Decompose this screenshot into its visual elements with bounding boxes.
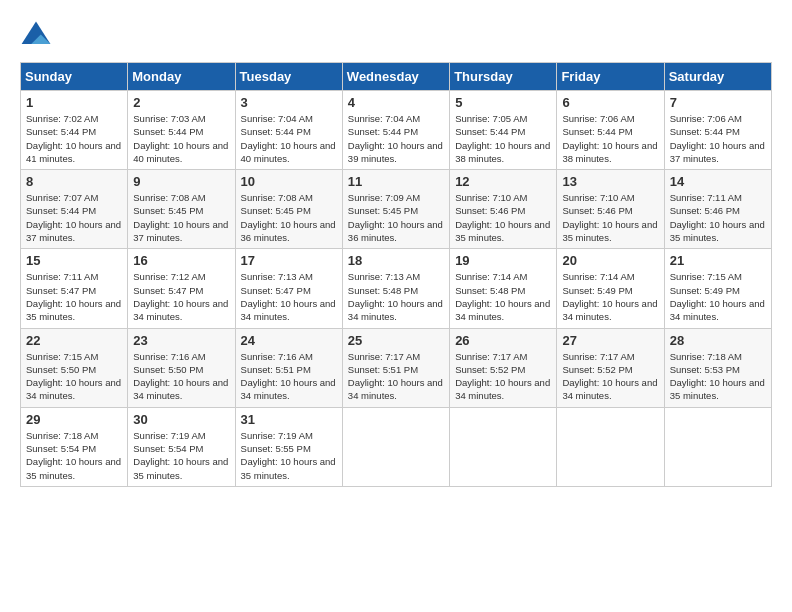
logo [20, 20, 56, 52]
calendar-day-cell: 19 Sunrise: 7:14 AM Sunset: 5:48 PM Dayl… [450, 249, 557, 328]
calendar-day-cell: 28 Sunrise: 7:18 AM Sunset: 5:53 PM Dayl… [664, 328, 771, 407]
day-number: 15 [26, 253, 122, 268]
day-number: 14 [670, 174, 766, 189]
calendar-day-cell: 4 Sunrise: 7:04 AM Sunset: 5:44 PM Dayli… [342, 91, 449, 170]
day-info: Sunrise: 7:18 AM Sunset: 5:54 PM Dayligh… [26, 429, 122, 482]
day-number: 13 [562, 174, 658, 189]
day-number: 28 [670, 333, 766, 348]
day-number: 16 [133, 253, 229, 268]
calendar-day-cell: 23 Sunrise: 7:16 AM Sunset: 5:50 PM Dayl… [128, 328, 235, 407]
calendar-day-cell: 17 Sunrise: 7:13 AM Sunset: 5:47 PM Dayl… [235, 249, 342, 328]
day-number: 12 [455, 174, 551, 189]
day-number: 30 [133, 412, 229, 427]
page-header [20, 20, 772, 52]
day-info: Sunrise: 7:03 AM Sunset: 5:44 PM Dayligh… [133, 112, 229, 165]
calendar-day-cell: 30 Sunrise: 7:19 AM Sunset: 5:54 PM Dayl… [128, 407, 235, 486]
day-number: 19 [455, 253, 551, 268]
day-info: Sunrise: 7:19 AM Sunset: 5:55 PM Dayligh… [241, 429, 337, 482]
calendar-week-row: 15 Sunrise: 7:11 AM Sunset: 5:47 PM Dayl… [21, 249, 772, 328]
calendar-day-cell: 25 Sunrise: 7:17 AM Sunset: 5:51 PM Dayl… [342, 328, 449, 407]
calendar-day-cell: 21 Sunrise: 7:15 AM Sunset: 5:49 PM Dayl… [664, 249, 771, 328]
day-info: Sunrise: 7:10 AM Sunset: 5:46 PM Dayligh… [562, 191, 658, 244]
day-info: Sunrise: 7:14 AM Sunset: 5:49 PM Dayligh… [562, 270, 658, 323]
calendar-day-cell [342, 407, 449, 486]
logo-icon [20, 20, 52, 52]
day-info: Sunrise: 7:17 AM Sunset: 5:51 PM Dayligh… [348, 350, 444, 403]
weekday-header: Tuesday [235, 63, 342, 91]
day-info: Sunrise: 7:13 AM Sunset: 5:47 PM Dayligh… [241, 270, 337, 323]
day-info: Sunrise: 7:07 AM Sunset: 5:44 PM Dayligh… [26, 191, 122, 244]
day-number: 3 [241, 95, 337, 110]
day-info: Sunrise: 7:05 AM Sunset: 5:44 PM Dayligh… [455, 112, 551, 165]
day-info: Sunrise: 7:09 AM Sunset: 5:45 PM Dayligh… [348, 191, 444, 244]
day-info: Sunrise: 7:14 AM Sunset: 5:48 PM Dayligh… [455, 270, 551, 323]
day-number: 6 [562, 95, 658, 110]
day-info: Sunrise: 7:08 AM Sunset: 5:45 PM Dayligh… [241, 191, 337, 244]
day-number: 8 [26, 174, 122, 189]
day-number: 29 [26, 412, 122, 427]
calendar-day-cell: 31 Sunrise: 7:19 AM Sunset: 5:55 PM Dayl… [235, 407, 342, 486]
calendar-day-cell: 8 Sunrise: 7:07 AM Sunset: 5:44 PM Dayli… [21, 170, 128, 249]
calendar-week-row: 1 Sunrise: 7:02 AM Sunset: 5:44 PM Dayli… [21, 91, 772, 170]
day-info: Sunrise: 7:16 AM Sunset: 5:51 PM Dayligh… [241, 350, 337, 403]
day-number: 4 [348, 95, 444, 110]
day-number: 5 [455, 95, 551, 110]
day-info: Sunrise: 7:02 AM Sunset: 5:44 PM Dayligh… [26, 112, 122, 165]
calendar-day-cell [557, 407, 664, 486]
day-number: 18 [348, 253, 444, 268]
day-info: Sunrise: 7:18 AM Sunset: 5:53 PM Dayligh… [670, 350, 766, 403]
calendar-day-cell: 3 Sunrise: 7:04 AM Sunset: 5:44 PM Dayli… [235, 91, 342, 170]
calendar-day-cell: 9 Sunrise: 7:08 AM Sunset: 5:45 PM Dayli… [128, 170, 235, 249]
calendar-day-cell: 6 Sunrise: 7:06 AM Sunset: 5:44 PM Dayli… [557, 91, 664, 170]
day-info: Sunrise: 7:04 AM Sunset: 5:44 PM Dayligh… [348, 112, 444, 165]
day-info: Sunrise: 7:11 AM Sunset: 5:46 PM Dayligh… [670, 191, 766, 244]
calendar-day-cell: 27 Sunrise: 7:17 AM Sunset: 5:52 PM Dayl… [557, 328, 664, 407]
calendar-day-cell: 12 Sunrise: 7:10 AM Sunset: 5:46 PM Dayl… [450, 170, 557, 249]
calendar-day-cell: 18 Sunrise: 7:13 AM Sunset: 5:48 PM Dayl… [342, 249, 449, 328]
day-number: 2 [133, 95, 229, 110]
day-info: Sunrise: 7:06 AM Sunset: 5:44 PM Dayligh… [562, 112, 658, 165]
day-info: Sunrise: 7:15 AM Sunset: 5:50 PM Dayligh… [26, 350, 122, 403]
calendar-day-cell: 20 Sunrise: 7:14 AM Sunset: 5:49 PM Dayl… [557, 249, 664, 328]
day-number: 31 [241, 412, 337, 427]
day-number: 9 [133, 174, 229, 189]
day-info: Sunrise: 7:15 AM Sunset: 5:49 PM Dayligh… [670, 270, 766, 323]
day-number: 24 [241, 333, 337, 348]
calendar-day-cell: 2 Sunrise: 7:03 AM Sunset: 5:44 PM Dayli… [128, 91, 235, 170]
calendar-day-cell: 7 Sunrise: 7:06 AM Sunset: 5:44 PM Dayli… [664, 91, 771, 170]
calendar-week-row: 22 Sunrise: 7:15 AM Sunset: 5:50 PM Dayl… [21, 328, 772, 407]
day-number: 11 [348, 174, 444, 189]
day-info: Sunrise: 7:13 AM Sunset: 5:48 PM Dayligh… [348, 270, 444, 323]
day-info: Sunrise: 7:04 AM Sunset: 5:44 PM Dayligh… [241, 112, 337, 165]
calendar-day-cell: 24 Sunrise: 7:16 AM Sunset: 5:51 PM Dayl… [235, 328, 342, 407]
day-number: 26 [455, 333, 551, 348]
calendar-week-row: 29 Sunrise: 7:18 AM Sunset: 5:54 PM Dayl… [21, 407, 772, 486]
weekday-header: Sunday [21, 63, 128, 91]
weekday-header: Friday [557, 63, 664, 91]
day-info: Sunrise: 7:17 AM Sunset: 5:52 PM Dayligh… [455, 350, 551, 403]
calendar-day-cell [450, 407, 557, 486]
day-number: 1 [26, 95, 122, 110]
calendar-day-cell: 10 Sunrise: 7:08 AM Sunset: 5:45 PM Dayl… [235, 170, 342, 249]
day-info: Sunrise: 7:19 AM Sunset: 5:54 PM Dayligh… [133, 429, 229, 482]
calendar-day-cell: 16 Sunrise: 7:12 AM Sunset: 5:47 PM Dayl… [128, 249, 235, 328]
day-info: Sunrise: 7:08 AM Sunset: 5:45 PM Dayligh… [133, 191, 229, 244]
calendar-day-cell: 5 Sunrise: 7:05 AM Sunset: 5:44 PM Dayli… [450, 91, 557, 170]
calendar-week-row: 8 Sunrise: 7:07 AM Sunset: 5:44 PM Dayli… [21, 170, 772, 249]
weekday-header: Wednesday [342, 63, 449, 91]
day-info: Sunrise: 7:16 AM Sunset: 5:50 PM Dayligh… [133, 350, 229, 403]
day-number: 7 [670, 95, 766, 110]
day-info: Sunrise: 7:17 AM Sunset: 5:52 PM Dayligh… [562, 350, 658, 403]
day-number: 22 [26, 333, 122, 348]
day-number: 17 [241, 253, 337, 268]
calendar-day-cell: 14 Sunrise: 7:11 AM Sunset: 5:46 PM Dayl… [664, 170, 771, 249]
day-number: 20 [562, 253, 658, 268]
weekday-header: Thursday [450, 63, 557, 91]
calendar-day-cell: 11 Sunrise: 7:09 AM Sunset: 5:45 PM Dayl… [342, 170, 449, 249]
day-info: Sunrise: 7:10 AM Sunset: 5:46 PM Dayligh… [455, 191, 551, 244]
calendar-day-cell: 15 Sunrise: 7:11 AM Sunset: 5:47 PM Dayl… [21, 249, 128, 328]
day-number: 25 [348, 333, 444, 348]
calendar-day-cell: 22 Sunrise: 7:15 AM Sunset: 5:50 PM Dayl… [21, 328, 128, 407]
day-info: Sunrise: 7:12 AM Sunset: 5:47 PM Dayligh… [133, 270, 229, 323]
day-number: 27 [562, 333, 658, 348]
